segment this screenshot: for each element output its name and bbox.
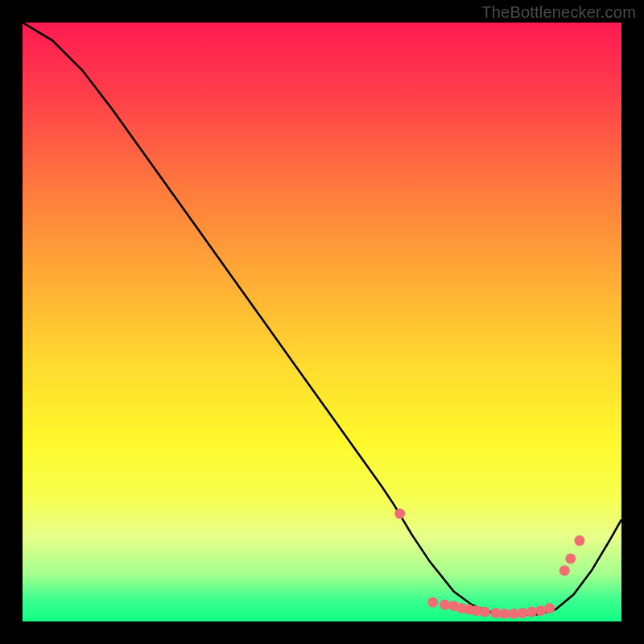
curve-marker — [565, 553, 576, 564]
curve-marker — [394, 509, 405, 519]
curve-marker — [509, 609, 519, 619]
curve-marker — [526, 607, 537, 617]
gradient-background — [23, 23, 621, 621]
curve-marker — [559, 565, 570, 576]
chart-canvas — [23, 23, 621, 621]
watermark-text: TheBottlenecker.com — [481, 3, 636, 22]
chart-frame — [23, 23, 621, 621]
curve-marker — [499, 609, 510, 619]
curve-marker — [518, 608, 528, 618]
curve-marker — [480, 607, 490, 617]
curve-marker — [490, 608, 501, 618]
curve-marker — [574, 535, 584, 546]
curve-marker — [440, 600, 450, 610]
curve-marker — [535, 605, 546, 616]
curve-marker — [427, 597, 438, 608]
curve-marker — [544, 603, 555, 613]
